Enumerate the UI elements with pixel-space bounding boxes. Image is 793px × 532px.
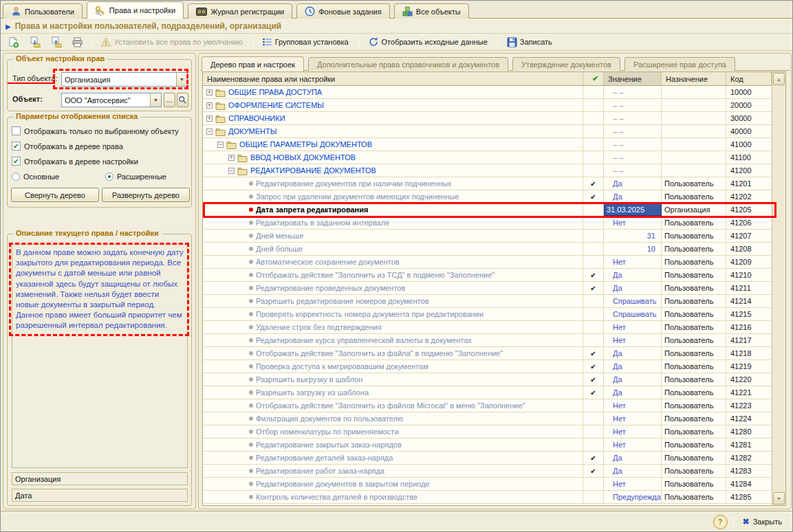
tab-rights-tree[interactable]: Дерево прав и настроек [202, 56, 304, 71]
value-cell[interactable]: Нет [604, 478, 662, 490]
tree-row[interactable]: +ВВОД НОВЫХ ДОКУМЕНТОВ– –41100 [203, 151, 772, 164]
tree-row[interactable]: Редактирование документов при наличии по… [203, 177, 772, 190]
value-cell[interactable]: Нет [604, 334, 662, 346]
tree-row[interactable]: −ОБЩИЕ ПАРАМЕТРЫ ДОКУМЕНТОВ– –41000 [203, 138, 772, 151]
value-cell[interactable]: – – [604, 112, 662, 124]
tree-row[interactable]: +ОБЩИЕ ПРАВА ДОСТУПА– –10000 [203, 86, 772, 99]
column-header-value[interactable]: Значение [604, 72, 662, 85]
value-cell[interactable]: Да [604, 269, 662, 281]
tree-row[interactable]: Автоматическое сохранение документовНетП… [203, 256, 772, 269]
tree-row[interactable]: +СПРАВОЧНИКИ– –30000 [203, 112, 772, 125]
vertical-scrollbar[interactable]: ▲ ▼ [772, 72, 785, 505]
tab-users[interactable]: Пользователи [3, 3, 83, 19]
value-cell[interactable]: Нет [604, 321, 662, 333]
value-cell[interactable]: Предупреждать [604, 491, 662, 503]
value-cell[interactable]: Да [604, 452, 662, 464]
column-header-code[interactable]: Код [726, 72, 772, 85]
value-cell[interactable]: Да [604, 190, 662, 203]
collapse-icon[interactable]: − [206, 129, 213, 135]
column-header-check-icon[interactable]: ✔ [583, 72, 604, 85]
object-type-combo[interactable]: Организация ▼ [61, 72, 188, 87]
copy-rights-button[interactable] [25, 34, 44, 49]
tab-background-jobs[interactable]: Фоновые задания [296, 3, 389, 19]
value-cell[interactable]: Да [604, 465, 662, 477]
value-cell[interactable]: – – [604, 138, 662, 151]
name-cell[interactable]: Редактирование документов в закрытом пер… [203, 478, 583, 490]
value-cell[interactable]: Нет [604, 425, 662, 438]
collapse-icon[interactable]: − [228, 168, 235, 174]
value-cell[interactable]: Спрашивать [604, 308, 662, 320]
tree-row[interactable]: Отображать действие "Заполнить из ТСД" в… [203, 269, 772, 282]
name-cell[interactable]: Дата запрета редактирования [203, 203, 583, 216]
name-cell[interactable]: Редактирование закрытых заказ-нарядов [203, 439, 583, 451]
tab-document-approval[interactable]: Утверждение документов [512, 57, 620, 71]
tree-row[interactable]: −ДОКУМЕНТЫ– –40000 [203, 125, 772, 138]
value-cell[interactable]: 31 [604, 230, 662, 242]
value-cell[interactable]: 31.03.2025 [604, 203, 662, 216]
checkbox-show-settings[interactable]: ✔ Отображать в дереве настройки [12, 157, 138, 166]
collapse-icon[interactable]: − [217, 142, 224, 148]
chevron-down-icon[interactable]: ▼ [150, 93, 161, 107]
tree-row[interactable]: Редактирование работ заказ-наряда✔ДаПоль… [203, 465, 772, 478]
object-search-button[interactable] [177, 93, 188, 107]
tree-row[interactable]: Разрешить выгрузку в шаблон✔ДаПользовате… [203, 373, 772, 386]
name-cell[interactable]: Контроль количества деталей в производст… [203, 491, 583, 503]
tree-row[interactable]: Удаление строк без подтвержденияНетПольз… [203, 321, 772, 334]
name-cell[interactable]: Проверка доступа к мигрировавшим докумен… [203, 360, 583, 373]
column-header-name[interactable]: Наименование права или настройки [203, 72, 583, 85]
radio-extended[interactable]: Расширенные [105, 173, 166, 181]
expand-tree-button[interactable]: Развернуть дерево [102, 188, 190, 202]
value-cell[interactable]: Да [604, 177, 662, 190]
tree-row[interactable]: Разрешить загрузку из шаблона✔ДаПользова… [203, 386, 772, 399]
name-cell[interactable]: Автоматическое сохранение документов [203, 256, 583, 268]
value-cell[interactable]: – – [604, 86, 662, 98]
help-button[interactable]: ? [713, 515, 728, 529]
expand-icon[interactable]: + [228, 155, 235, 161]
tab-access-extension[interactable]: Расширение прав доступа [624, 57, 735, 71]
name-cell[interactable]: Дней меньше [203, 230, 583, 242]
value-cell[interactable]: Нет [604, 399, 662, 412]
name-cell[interactable]: Редактировать в заданном интервале [203, 217, 583, 229]
set-defaults-button[interactable]: Установить все права по умолчанию [97, 34, 248, 49]
scroll-down-icon[interactable]: ▼ [773, 492, 785, 505]
show-source-button[interactable]: Отобразить исходные данные [365, 34, 493, 49]
tree-row[interactable]: Редактирование документов в закрытом пер… [203, 478, 772, 491]
tree-row[interactable]: Дней меньше31Пользователь41207 [203, 230, 772, 243]
name-cell[interactable]: Отображать действие "Заполнить из ТСД" в… [203, 269, 583, 281]
name-cell[interactable]: Фильтрация документов по пользователю [203, 412, 583, 425]
checkbox-only-selected-object[interactable]: ✔ Отображать только по выбранному объект… [12, 126, 179, 135]
value-cell[interactable]: Нет [604, 256, 662, 268]
paste-rights-button[interactable] [47, 34, 65, 49]
expand-icon[interactable]: + [206, 102, 213, 109]
name-cell[interactable]: Проверять корректность номера документа … [203, 308, 583, 320]
value-cell[interactable]: 10 [604, 243, 662, 255]
value-cell[interactable]: – – [604, 99, 662, 111]
object-combo[interactable]: ООО "Автосервис" ▼ [61, 93, 162, 107]
tree-row[interactable]: Дней больше10Пользователь41208 [203, 243, 772, 256]
tab-registration-log[interactable]: Журнал регистрации [188, 3, 292, 19]
tree-row[interactable]: Запрос при удалении документов имеющих п… [203, 190, 772, 203]
tree-row[interactable]: +ОФОРМЛЕНИЕ СИСТЕМЫ– –20000 [203, 99, 772, 112]
column-header-purpose[interactable]: Назначение [662, 72, 726, 85]
tree-row[interactable]: Отображать действие "Заполнить из файлов… [203, 399, 772, 412]
name-cell[interactable]: Запрос при удалении документов имеющих п… [203, 190, 583, 203]
save-button[interactable]: Записать [503, 34, 558, 49]
tree-row[interactable]: Отображать действие "Заполнить из файла"… [203, 347, 772, 360]
tree-row[interactable]: Редактировать в заданном интервалеНетПол… [203, 217, 772, 230]
name-cell[interactable]: Разрешить редактирование номеров докумен… [203, 295, 583, 307]
name-cell[interactable]: Удаление строк без подтверждения [203, 321, 583, 333]
expand-icon[interactable]: + [206, 89, 213, 96]
name-cell[interactable]: Отображать действие "Заполнить из файлов… [203, 399, 583, 412]
collapse-tree-button[interactable]: Свернуть дерево [11, 188, 99, 202]
tree-row[interactable]: Редактирование курса управленческой валю… [203, 334, 772, 347]
name-cell[interactable]: Отображать действие "Заполнить из файла"… [203, 347, 583, 359]
value-cell[interactable]: – – [604, 151, 662, 164]
value-cell[interactable]: – – [604, 164, 662, 177]
tree-row[interactable]: Редактирование проведенных документов✔Да… [203, 282, 772, 295]
tree-row[interactable]: Проверять корректность номера документа … [203, 308, 772, 321]
tree-row[interactable]: Контроль количества деталей в производст… [203, 491, 772, 504]
name-cell[interactable]: −ДОКУМЕНТЫ [203, 125, 583, 137]
new-rights-button[interactable] [4, 34, 23, 49]
tab-all-objects[interactable]: Все объекты [394, 3, 469, 19]
name-cell[interactable]: Дней больше [203, 243, 583, 255]
